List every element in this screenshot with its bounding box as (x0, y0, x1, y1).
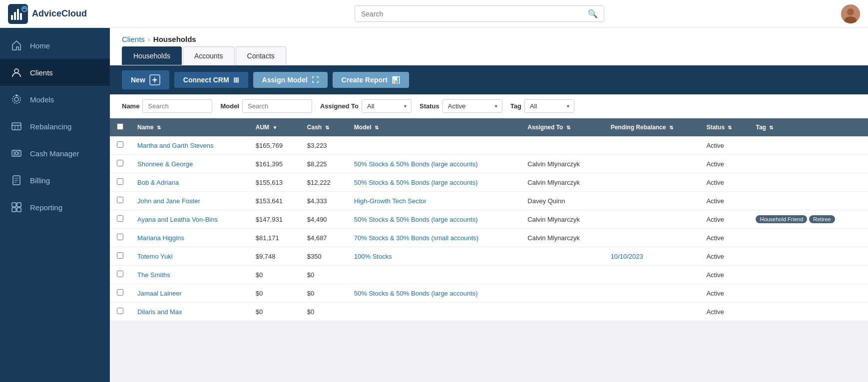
rebalancing-icon (10, 120, 23, 133)
cell-name: The Smiths (130, 266, 249, 284)
sidebar: Home Clients Models (0, 28, 110, 382)
row-checkbox-cell[interactable] (110, 303, 130, 321)
row-checkbox-cell[interactable] (110, 155, 130, 173)
row-checkbox[interactable] (117, 308, 123, 314)
row-checkbox-cell[interactable] (110, 136, 130, 155)
household-name-link[interactable]: Martha and Garth Stevens (137, 142, 213, 149)
table-row: Jamaal Laineer $0 $0 50% Stocks & 50% Bo… (110, 284, 868, 303)
user-avatar[interactable] (841, 4, 860, 23)
row-checkbox-cell[interactable] (110, 173, 130, 192)
cell-status: Active (699, 155, 749, 173)
row-checkbox-cell[interactable] (110, 210, 130, 229)
row-checkbox[interactable] (117, 160, 123, 166)
assign-model-label: Assign Model (262, 76, 308, 84)
row-checkbox-cell[interactable] (110, 192, 130, 210)
row-checkbox[interactable] (117, 178, 123, 185)
table-row: Ayana and Leatha Von-Bins $147,931 $4,49… (110, 210, 868, 229)
filter-tag-select[interactable]: All (524, 99, 574, 113)
model-link[interactable]: High-Growth Tech Sector (354, 197, 427, 205)
col-model[interactable]: Model ⇅ (347, 118, 520, 136)
pending-date-link[interactable]: 10/10/2023 (611, 253, 643, 260)
household-name-link[interactable]: Shonnee & George (137, 160, 193, 168)
col-aum[interactable]: AUM ▼ (249, 118, 300, 136)
row-checkbox[interactable] (117, 271, 123, 277)
sidebar-item-reporting[interactable]: Reporting (0, 194, 110, 221)
filter-model-input[interactable] (242, 99, 312, 113)
model-link[interactable]: 50% Stocks & 50% Bonds (large accounts) (354, 179, 478, 186)
filter-bar: Name Model Assigned To All Status (110, 94, 868, 118)
household-name-link[interactable]: The Smiths (137, 271, 170, 279)
household-name-link[interactable]: Totemo Yuki (137, 253, 173, 260)
search-input[interactable] (361, 10, 585, 18)
cell-aum: $9,748 (249, 247, 300, 266)
household-name-link[interactable]: Bob & Adriana (137, 179, 179, 186)
cell-model: High-Growth Tech Sector (347, 192, 520, 210)
col-name[interactable]: Name ⇅ (130, 118, 249, 136)
household-name-link[interactable]: John and Jane Foster (137, 197, 200, 205)
row-checkbox-cell[interactable] (110, 284, 130, 303)
sidebar-item-rebalancing[interactable]: Rebalancing (0, 113, 110, 140)
row-checkbox[interactable] (117, 289, 123, 296)
cell-assigned: Calvin Mlynarczyk (520, 210, 603, 229)
select-all-header[interactable] (110, 118, 130, 136)
svg-point-12 (15, 94, 17, 96)
filter-status-select[interactable]: Active Inactive (442, 99, 502, 113)
filter-tag-wrap: All (524, 99, 574, 113)
col-pending[interactable]: Pending Rebalance ⇅ (604, 118, 700, 136)
tab-households[interactable]: Households (122, 46, 182, 65)
row-checkbox-cell[interactable] (110, 229, 130, 247)
crm-icon: ⊞ (233, 76, 239, 84)
assign-model-button[interactable]: Assign Model ⛶ (253, 72, 328, 88)
filter-status: Status Active Inactive (420, 99, 502, 113)
sort-tag-icon: ⇅ (769, 125, 773, 130)
svg-rect-14 (12, 150, 21, 156)
toolbar: New + Connect CRM ⊞ Assign Model ⛶ Creat… (110, 65, 868, 94)
create-report-button[interactable]: Create Report 📊 (333, 72, 410, 88)
row-checkbox[interactable] (117, 197, 123, 203)
row-checkbox-cell[interactable] (110, 266, 130, 284)
svg-rect-18 (17, 203, 21, 207)
cell-cash: $4,333 (300, 192, 347, 210)
tab-accounts[interactable]: Accounts (183, 46, 235, 65)
filter-assigned-label: Assigned To (320, 102, 359, 110)
col-cash[interactable]: Cash ⇅ (300, 118, 347, 136)
search-box[interactable]: 🔍 (355, 5, 604, 22)
col-status[interactable]: Status ⇅ (699, 118, 749, 136)
sidebar-item-models[interactable]: Models (0, 86, 110, 113)
col-tag[interactable]: Tag ⇅ (749, 118, 868, 136)
household-name-link[interactable]: Ayana and Leatha Von-Bins (137, 216, 218, 223)
cell-name: Totemo Yuki (130, 247, 249, 266)
sidebar-item-cash-manager[interactable]: Cash Manager (0, 140, 110, 167)
model-link[interactable]: 50% Stocks & 50% Bonds (large accounts) (354, 290, 478, 297)
model-link[interactable]: 50% Stocks & 50% Bonds (large accounts) (354, 216, 478, 223)
cell-assigned (520, 284, 603, 303)
sidebar-item-billing[interactable]: Billing (0, 167, 110, 194)
filter-name-input[interactable] (142, 99, 212, 113)
new-button[interactable]: New + (122, 70, 169, 89)
select-all-checkbox[interactable] (117, 123, 123, 130)
col-assigned[interactable]: Assigned To ⇅ (520, 118, 603, 136)
household-name-link[interactable]: Jamaal Laineer (137, 290, 182, 297)
filter-assigned-select[interactable]: All (362, 99, 412, 113)
row-checkbox[interactable] (117, 141, 123, 148)
model-link[interactable]: 50% Stocks & 50% Bonds (large accounts) (354, 160, 478, 168)
cell-name: John and Jane Foster (130, 192, 249, 210)
sidebar-item-home[interactable]: Home (0, 32, 110, 59)
connect-crm-button[interactable]: Connect CRM ⊞ (174, 72, 248, 88)
model-link[interactable]: 70% Stocks & 30% Bonds (small accounts) (354, 234, 478, 242)
row-checkbox[interactable] (117, 234, 123, 240)
row-checkbox-cell[interactable] (110, 247, 130, 266)
household-name-link[interactable]: Dilaris and Max (137, 308, 182, 316)
row-checkbox[interactable] (117, 215, 123, 222)
sidebar-item-clients[interactable]: Clients (0, 59, 110, 86)
row-checkbox[interactable] (117, 252, 123, 259)
tab-contacts[interactable]: Contacts (236, 46, 286, 65)
household-name-link[interactable]: Mariana Higgins (137, 234, 184, 242)
model-link[interactable]: 100% Stocks (354, 253, 392, 260)
cell-aum: $81,171 (249, 229, 300, 247)
cell-pending (604, 192, 700, 210)
cell-model (347, 266, 520, 284)
sidebar-item-label-models: Models (30, 95, 54, 104)
cell-status: Active (699, 247, 749, 266)
breadcrumb-parent[interactable]: Clients (122, 35, 145, 43)
